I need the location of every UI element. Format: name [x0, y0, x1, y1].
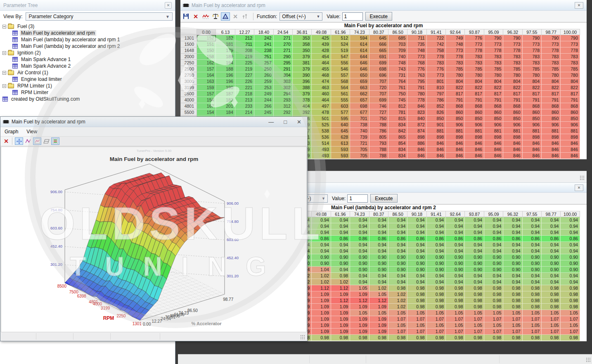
tree-item[interactable]: Main Spark Advance 2: [2, 63, 175, 69]
execute-button[interactable]: Execute: [370, 194, 397, 203]
table-cell[interactable]: 822: [446, 85, 465, 91]
table-cell[interactable]: 0.98: [331, 273, 350, 279]
table-cell[interactable]: 0.94: [561, 223, 580, 229]
table-cell[interactable]: 379: [293, 66, 312, 72]
table-cell[interactable]: 460: [312, 91, 331, 97]
trace-points-icon[interactable]: [24, 137, 32, 145]
table-cell[interactable]: 0.98: [542, 304, 561, 310]
table-cell[interactable]: 1.05: [350, 285, 369, 291]
table-cell[interactable]: 0.86: [561, 236, 580, 242]
table-cell[interactable]: 854: [388, 140, 407, 147]
table-cell[interactable]: 773: [503, 41, 522, 47]
row-header[interactable]: 2250: [180, 60, 197, 66]
table-cell[interactable]: 860: [523, 109, 542, 116]
table-cell[interactable]: 646: [350, 60, 369, 66]
table-cell[interactable]: 783: [465, 60, 484, 66]
close-red-icon[interactable]: ✕: [2, 137, 10, 145]
table-cell[interactable]: 0.94: [542, 223, 561, 229]
table-cell[interactable]: 0.94: [388, 242, 407, 248]
table-cell[interactable]: 1.09: [312, 322, 331, 329]
table-cell[interactable]: 778: [465, 47, 484, 54]
table-cell[interactable]: 791: [484, 97, 503, 103]
table-cell[interactable]: 0.90: [542, 267, 561, 273]
table-cell[interactable]: 0.94: [503, 248, 522, 254]
table-cell[interactable]: 783: [503, 54, 522, 60]
table-cell[interactable]: 219: [235, 66, 254, 72]
table-cell[interactable]: 0.90: [523, 254, 542, 260]
table-cell[interactable]: 846: [427, 147, 446, 153]
table-cell[interactable]: 0.94: [446, 242, 465, 248]
table-cell[interactable]: 188: [216, 66, 235, 72]
table-cell[interactable]: 0.98: [446, 335, 465, 341]
table-cell[interactable]: 780: [484, 72, 503, 78]
table-cell[interactable]: 0.90: [465, 254, 484, 260]
table-cell[interactable]: 1.05: [407, 310, 426, 316]
table-cell[interactable]: 846: [523, 140, 542, 147]
table-cell[interactable]: 0.98: [388, 285, 407, 291]
table-cell[interactable]: 538: [312, 128, 331, 134]
table-cell[interactable]: 379: [293, 54, 312, 60]
table-cell[interactable]: 0.94: [465, 273, 484, 279]
table-cell[interactable]: 0.94: [369, 279, 388, 285]
tree-collapse-icon[interactable]: [2, 25, 6, 28]
row-header[interactable]: 3000: [180, 78, 197, 85]
table-cell[interactable]: 0.98: [503, 298, 522, 304]
table-cell[interactable]: 860: [446, 109, 465, 116]
table-cell[interactable]: 822: [542, 85, 561, 91]
table-cell[interactable]: 1.05: [523, 322, 542, 329]
table-cell[interactable]: 0.98: [446, 285, 465, 291]
table-cell[interactable]: 846: [446, 140, 465, 147]
table-cell[interactable]: 846: [561, 153, 580, 159]
table-cell[interactable]: 1.05: [369, 310, 388, 316]
table-cell[interactable]: 0.94: [388, 248, 407, 254]
table-cell[interactable]: 0.98: [407, 285, 426, 291]
table-cell[interactable]: 0.98: [561, 335, 580, 341]
table-cell[interactable]: 640: [331, 122, 350, 128]
tree-item[interactable]: created by OldSkullTuning.com: [2, 96, 175, 102]
table-cell[interactable]: 0.90: [388, 260, 407, 267]
table-cell[interactable]: 0.94: [561, 279, 580, 285]
table-cell[interactable]: 0.98: [446, 291, 465, 298]
table-cell[interactable]: 0.94: [523, 242, 542, 248]
table-cell[interactable]: 0.98: [331, 335, 350, 341]
table-cell[interactable]: 213: [235, 97, 254, 103]
table-cell[interactable]: 898: [427, 134, 446, 140]
table-cell[interactable]: 783: [542, 54, 561, 60]
table-cell[interactable]: 743: [388, 66, 407, 72]
table-cell[interactable]: 0.98: [523, 335, 542, 341]
table-cell[interactable]: 778: [427, 54, 446, 60]
table-cell[interactable]: 493: [312, 147, 331, 153]
table-cell[interactable]: 555: [331, 97, 350, 103]
table-cell[interactable]: 0.94: [523, 223, 542, 229]
table-cell[interactable]: 773: [427, 72, 446, 78]
table-cell[interactable]: 454: [312, 54, 331, 60]
table-cell[interactable]: 783: [484, 60, 503, 66]
table-cell[interactable]: 1.09: [312, 298, 331, 304]
table-cell[interactable]: 780: [465, 72, 484, 78]
table-cell[interactable]: 1.05: [523, 310, 542, 316]
table-cell[interactable]: 788: [369, 153, 388, 159]
table-cell[interactable]: 657: [350, 97, 369, 103]
parameter-tree-titlebar[interactable]: Parameter Tree ✕: [0, 0, 175, 11]
column-header[interactable]: 96.32: [503, 211, 522, 217]
table-cell[interactable]: 0.94: [312, 242, 331, 248]
table-cell[interactable]: 270: [274, 41, 293, 47]
table-cell[interactable]: 1.07: [561, 316, 580, 322]
table-cell[interactable]: 834: [388, 147, 407, 153]
table-cell[interactable]: 773: [561, 41, 580, 47]
table-cell[interactable]: 189: [216, 54, 235, 60]
table-cell[interactable]: 512: [331, 35, 350, 41]
table-cell[interactable]: 0.94: [503, 223, 522, 229]
table-cell[interactable]: 860: [542, 109, 561, 116]
tree-collapse-icon[interactable]: [2, 71, 6, 75]
table-cell[interactable]: 0.90: [561, 267, 580, 273]
table-cell[interactable]: 0.94: [465, 242, 484, 248]
column-header[interactable]: 0.00: [197, 29, 216, 35]
table-cell[interactable]: 1.02: [369, 285, 388, 291]
table-cell[interactable]: 846: [407, 147, 426, 153]
column-header[interactable]: 91.41: [427, 211, 446, 217]
table-cell[interactable]: 594: [350, 35, 369, 41]
table-cell[interactable]: 881: [503, 128, 522, 134]
table-cell[interactable]: 226: [235, 78, 254, 85]
table-cell[interactable]: 1.02: [312, 279, 331, 285]
